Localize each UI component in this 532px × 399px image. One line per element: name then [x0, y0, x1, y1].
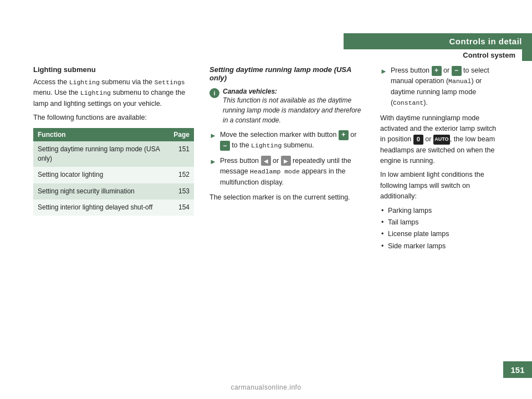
page-badge: 151	[503, 361, 532, 378]
list-item: Parking lamps	[380, 206, 499, 216]
table-cell-function: Setting locator lighting	[33, 167, 169, 183]
left-column: Lighting submenu Access the Lighting sub…	[33, 65, 194, 366]
table-cell-function: Setting interior lighting delayed shut-o…	[33, 200, 169, 216]
rocker-left-icon: ◀	[261, 156, 271, 166]
rocker-right-icon: ▶	[281, 156, 291, 166]
list-item: Tail lamps	[380, 217, 499, 228]
arrow-icon-right-1: ►	[380, 66, 387, 77]
left-section-title: Lighting submenu	[33, 65, 194, 74]
plus-button-icon-right: +	[432, 66, 442, 76]
subheader-accent-block	[522, 49, 532, 61]
table-row: Setting interior lighting delayed shut-o…	[33, 200, 194, 216]
left-intro-text: Access the Lighting submenu via the Sett…	[33, 77, 194, 109]
info-text: This function is not available as the da…	[223, 95, 365, 125]
lamps-list: Parking lamps Tail lamps License plate l…	[380, 206, 499, 252]
subheader-bar: Control system	[344, 49, 532, 61]
table-cell-function: Setting daytime running lamp mode (USA o…	[33, 141, 169, 167]
right-para-2: In low ambient light conditions the foll…	[380, 170, 499, 202]
mid-bullet-1: ► Move the selection marker with button …	[209, 130, 365, 151]
watermark: carmanualsonline.info	[0, 383, 532, 391]
list-item: License plate lamps	[380, 229, 499, 239]
mid-bullet-2-text: Press button ◀ or ▶ repeatedly until the…	[220, 156, 365, 188]
table-cell-page: 151	[169, 141, 194, 167]
zero-position-icon: 0	[413, 135, 423, 145]
info-icon: i	[209, 88, 219, 98]
mid-bullet-2: ► Press button ◀ or ▶ repeatedly until t…	[209, 156, 365, 188]
table-header-page: Page	[169, 128, 194, 141]
list-item: Side marker lamps	[380, 241, 499, 252]
right-bullet-1: ► Press button + or − to select manual o…	[380, 65, 499, 109]
main-content: Lighting submenu Access the Lighting sub…	[33, 65, 499, 366]
table-cell-page: 153	[169, 183, 194, 200]
info-box: i Canada vehicles: This function is not …	[209, 88, 365, 125]
header-bar: Controls in detail	[344, 33, 532, 49]
table-row: Setting daytime running lamp mode (USA o…	[33, 141, 194, 167]
minus-button-icon-right: −	[452, 66, 462, 76]
mid-section-title: Setting daytime running lamp mode (USA o…	[209, 65, 365, 82]
auto-position-icon: AUTO	[433, 135, 450, 145]
minus-button-icon: −	[220, 141, 230, 151]
table-row: Setting locator lighting 152	[33, 167, 194, 183]
table-cell-page: 154	[169, 200, 194, 216]
right-bullet-1-text: Press button + or − to select manual ope…	[391, 65, 499, 109]
info-title: Canada vehicles:	[223, 88, 365, 95]
function-table: Function Page Setting daytime running la…	[33, 128, 194, 216]
table-cell-page: 152	[169, 167, 194, 183]
plus-button-icon: +	[339, 130, 349, 140]
table-row: Setting night security illumination 153	[33, 183, 194, 200]
header-title: Controls in detail	[449, 37, 522, 46]
subheader-label: Control system	[463, 51, 522, 59]
table-cell-function: Setting night security illumination	[33, 183, 169, 200]
mid-column: Setting daytime running lamp mode (USA o…	[209, 65, 365, 366]
right-column: ► Press button + or − to select manual o…	[380, 65, 499, 366]
table-header-function: Function	[33, 128, 169, 141]
mid-bullet-1-text: Move the selection marker with button + …	[220, 130, 365, 151]
left-available-text: The following functions are available:	[33, 112, 194, 123]
info-content: Canada vehicles: This function is not av…	[223, 88, 365, 125]
mid-selection-text: The selection marker is on the current s…	[209, 192, 365, 203]
arrow-icon-2: ►	[209, 156, 217, 167]
arrow-icon-1: ►	[209, 130, 217, 141]
right-para-1: With daytime runninglamp mode activated …	[380, 113, 499, 167]
